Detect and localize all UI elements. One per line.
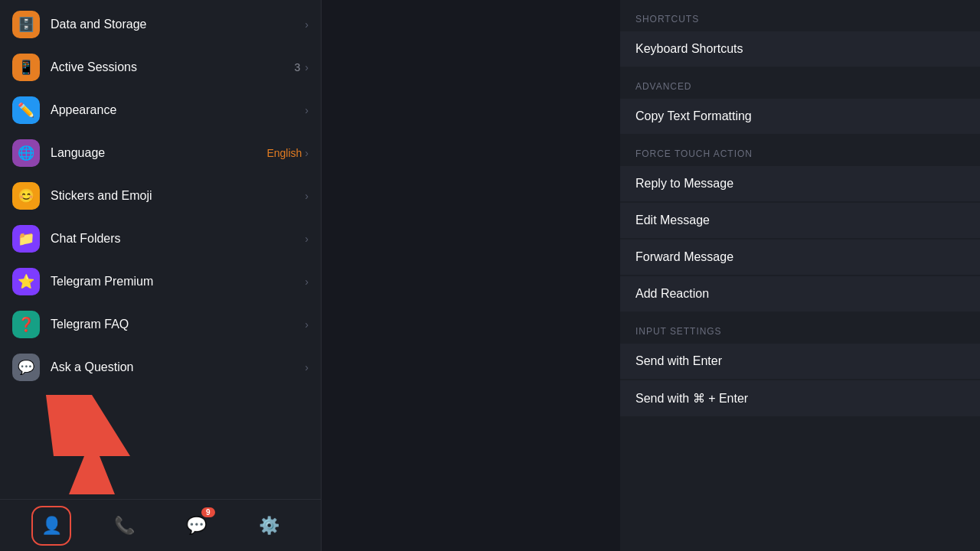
sidebar-item-appearance[interactable]: ✏️ Appearance › xyxy=(0,89,321,132)
item-icon-data-storage: 🗄️ xyxy=(12,11,40,38)
right-item-send-with-enter[interactable]: Send with Enter xyxy=(620,344,980,379)
chevron-icon: › xyxy=(305,233,309,245)
item-icon-active-sessions: 📱 xyxy=(12,54,40,81)
item-label-language: Language xyxy=(51,146,266,160)
tab-bar: 👤 📞 💬 9 ⚙️ xyxy=(0,499,321,551)
sidebar-item-chat-folders[interactable]: 📁 Chat Folders › xyxy=(0,217,321,260)
section-header-advanced: ADVANCED xyxy=(620,67,980,98)
item-icon-chat-folders: 📁 xyxy=(12,225,40,253)
item-label-chat-folders: Chat Folders xyxy=(51,232,305,246)
item-icon-telegram-premium: ⭐ xyxy=(12,268,40,295)
sidebar-item-ask-question[interactable]: 💬 Ask a Question › xyxy=(0,346,321,389)
right-item-add-reaction[interactable]: Add Reaction xyxy=(620,276,980,311)
item-label-active-sessions: Active Sessions xyxy=(51,60,295,74)
item-label-stickers-emoji: Stickers and Emoji xyxy=(51,189,305,203)
tab-chats[interactable]: 💬 9 xyxy=(177,506,217,546)
right-item-keyboard-shortcuts[interactable]: Keyboard Shortcuts xyxy=(620,31,980,67)
item-label-telegram-faq: Telegram FAQ xyxy=(51,318,305,331)
chevron-icon: › xyxy=(305,147,309,159)
chevron-icon: › xyxy=(305,361,309,373)
item-label-telegram-premium: Telegram Premium xyxy=(51,275,305,289)
chevron-icon: › xyxy=(305,276,309,288)
tab-badge-chats: 9 xyxy=(201,507,215,517)
item-icon-ask-question: 💬 xyxy=(12,354,40,381)
right-panel: SHORTCUTSKeyboard ShortcutsADVANCEDCopy … xyxy=(620,0,980,551)
item-icon-appearance: ✏️ xyxy=(12,96,40,124)
item-label-data-storage: Data and Storage xyxy=(51,18,305,31)
chevron-icon: › xyxy=(305,104,309,116)
chevron-icon: › xyxy=(305,61,309,73)
section-header-force-touch: FORCE TOUCH ACTION xyxy=(620,135,980,165)
sidebar-item-telegram-premium[interactable]: ⭐ Telegram Premium › xyxy=(0,260,321,303)
tab-settings[interactable]: ⚙️ xyxy=(250,506,289,546)
chevron-icon: › xyxy=(305,18,309,31)
section-header-input-settings: INPUT SETTINGS xyxy=(620,312,980,343)
right-item-forward-message[interactable]: Forward Message xyxy=(620,240,980,275)
chevron-icon: › xyxy=(305,318,309,331)
sidebar-item-active-sessions[interactable]: 📱 Active Sessions 3 › xyxy=(0,46,321,89)
item-value: English xyxy=(266,147,302,159)
tab-profile[interactable]: 👤 xyxy=(31,506,71,546)
tab-icon-calls: 📞 xyxy=(114,516,135,536)
item-badge: 3 xyxy=(295,61,301,73)
sidebar-item-stickers-emoji[interactable]: 😊 Stickers and Emoji › xyxy=(0,174,321,217)
right-item-send-with-cmd-enter[interactable]: Send with ⌘ + Enter xyxy=(620,380,980,416)
right-item-copy-text-formatting[interactable]: Copy Text Formatting xyxy=(620,99,980,134)
sidebar-item-data-storage[interactable]: 🗄️ Data and Storage › xyxy=(0,3,321,46)
chevron-icon: › xyxy=(305,190,309,202)
item-icon-telegram-faq: ❓ xyxy=(12,311,40,338)
middle-divider xyxy=(322,0,620,551)
right-item-reply-to-message[interactable]: Reply to Message xyxy=(620,166,980,201)
item-icon-language: 🌐 xyxy=(12,139,40,167)
sidebar-item-language[interactable]: 🌐 Language English › xyxy=(0,132,321,174)
tab-icon-settings: ⚙️ xyxy=(259,516,279,536)
tab-icon-profile: 👤 xyxy=(41,516,62,536)
section-header-shortcuts: SHORTCUTS xyxy=(620,0,980,31)
item-label-appearance: Appearance xyxy=(51,103,305,117)
sidebar: 🗄️ Data and Storage › 📱 Active Sessions … xyxy=(0,0,322,551)
item-label-ask-question: Ask a Question xyxy=(51,360,305,374)
item-icon-stickers-emoji: 😊 xyxy=(12,182,40,210)
right-item-edit-message[interactable]: Edit Message xyxy=(620,203,980,238)
tab-icon-chats: 💬 xyxy=(186,516,207,536)
sidebar-list: 🗄️ Data and Storage › 📱 Active Sessions … xyxy=(0,0,321,484)
tab-calls[interactable]: 📞 xyxy=(104,506,144,546)
version-label xyxy=(0,484,321,499)
sidebar-item-telegram-faq[interactable]: ❓ Telegram FAQ › xyxy=(0,303,321,346)
